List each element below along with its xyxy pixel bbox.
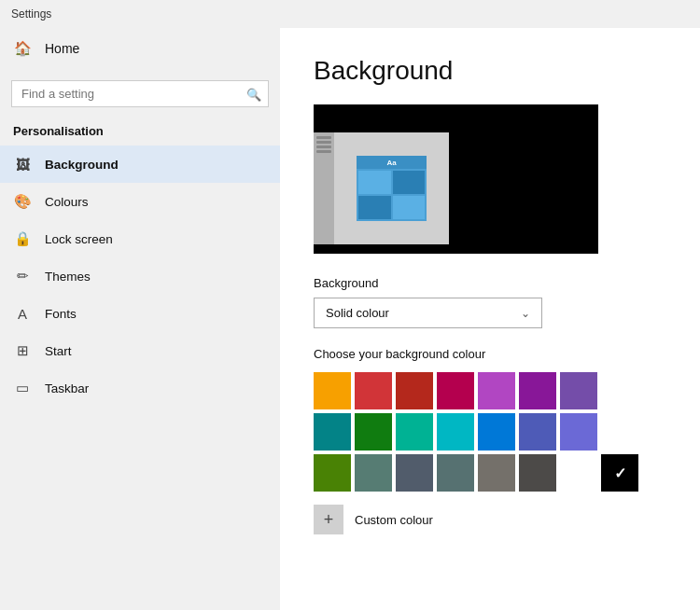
colour-swatch[interactable] <box>437 454 474 492</box>
preview-main: Aa <box>334 132 449 244</box>
custom-colour-button[interactable]: + Custom colour <box>314 505 666 534</box>
colour-swatch[interactable] <box>560 372 597 409</box>
plus-icon: + <box>314 505 343 534</box>
dropdown-value: Solid colour <box>326 306 389 320</box>
colour-swatch[interactable] <box>314 372 351 409</box>
sidebar-item-lock-screen[interactable]: 🔒 Lock screen <box>0 220 280 257</box>
colour-swatch[interactable] <box>314 413 351 451</box>
sidebar-item-themes[interactable]: ✏ Themes <box>0 257 280 295</box>
background-icon: 🖼 <box>13 155 32 173</box>
colour-swatch[interactable] <box>560 413 597 451</box>
main-content: Background Aa <box>280 28 700 610</box>
background-preview: Aa <box>314 104 598 254</box>
custom-colour-label: Custom colour <box>355 513 433 527</box>
start-icon: ⊞ <box>13 341 32 360</box>
background-dropdown[interactable]: Solid colour ⌄ <box>314 298 542 328</box>
colours-icon: 🎨 <box>13 192 32 211</box>
app-title: Settings <box>11 7 51 21</box>
colour-swatch[interactable] <box>355 413 392 451</box>
colour-swatch[interactable] <box>355 454 392 492</box>
background-form: Background Solid colour ⌄ <box>314 276 666 328</box>
colour-swatch[interactable] <box>396 372 433 409</box>
taskbar-line <box>316 146 331 148</box>
themes-icon: ✏ <box>13 267 32 285</box>
sidebar-item-label: Themes <box>45 270 91 284</box>
sidebar-item-label: Start <box>45 344 72 358</box>
preview-taskbar <box>314 132 334 244</box>
search-wrapper: 🔍 <box>11 80 269 107</box>
title-bar: Settings <box>0 0 700 28</box>
preview-tile <box>393 196 426 219</box>
colour-swatch[interactable] <box>396 454 433 492</box>
fonts-icon: A <box>13 304 32 323</box>
preview-desktop: Aa <box>314 132 449 244</box>
preview-tile <box>393 171 426 194</box>
colour-section-label: Choose your background colour <box>314 347 666 361</box>
colour-swatch[interactable] <box>478 454 515 492</box>
colour-swatch[interactable] <box>437 372 474 409</box>
sidebar-item-taskbar[interactable]: ▭ Taskbar <box>0 369 280 407</box>
home-label: Home <box>45 41 79 56</box>
search-input[interactable] <box>11 80 269 107</box>
colour-swatch[interactable] <box>355 372 392 409</box>
taskbar-line <box>316 141 331 144</box>
lock-screen-icon: 🔒 <box>13 229 32 248</box>
sidebar: 🏠 Home 🔍 Personalisation 🖼 Background 🎨 … <box>0 28 280 610</box>
preview-window-title: Aa <box>357 156 427 169</box>
form-label: Background <box>314 276 666 290</box>
sidebar-item-label: Fonts <box>45 307 77 321</box>
colour-swatch[interactable] <box>601 454 638 492</box>
colour-swatch[interactable] <box>519 454 556 492</box>
colour-swatch[interactable] <box>519 413 556 451</box>
section-label: Personalisation <box>0 118 280 146</box>
colour-grid <box>314 372 666 492</box>
taskbar-line <box>316 150 331 153</box>
preview-tile <box>358 196 391 219</box>
chevron-down-icon: ⌄ <box>521 307 530 320</box>
preview-window: Aa <box>357 156 427 221</box>
colour-swatch[interactable] <box>396 413 433 451</box>
colour-swatch[interactable] <box>478 413 515 451</box>
sidebar-item-label: Lock screen <box>45 232 113 246</box>
sidebar-item-label: Taskbar <box>45 381 89 395</box>
sidebar-item-label: Colours <box>45 195 89 209</box>
sidebar-item-colours[interactable]: 🎨 Colours <box>0 183 280 220</box>
taskbar-icon: ▭ <box>13 379 32 397</box>
sidebar-item-fonts[interactable]: A Fonts <box>0 295 280 332</box>
sidebar-item-start[interactable]: ⊞ Start <box>0 332 280 369</box>
taskbar-line <box>316 136 331 139</box>
colour-swatch[interactable] <box>478 372 515 409</box>
app-container: 🏠 Home 🔍 Personalisation 🖼 Background 🎨 … <box>0 28 700 610</box>
nav-list: 🖼 Background 🎨 Colours 🔒 Lock screen ✏ T… <box>0 146 280 407</box>
colour-swatch[interactable] <box>437 413 474 451</box>
preview-tile <box>358 171 391 194</box>
colour-swatch[interactable] <box>519 372 556 409</box>
sidebar-item-label: Background <box>45 158 119 172</box>
colour-swatch[interactable] <box>314 454 351 492</box>
page-title: Background <box>314 56 666 86</box>
home-icon: 🏠 <box>13 39 32 58</box>
sidebar-item-background[interactable]: 🖼 Background <box>0 146 280 183</box>
preview-window-body <box>357 169 427 221</box>
sidebar-item-home[interactable]: 🏠 Home <box>0 28 280 69</box>
search-container: 🔍 <box>0 73 280 115</box>
